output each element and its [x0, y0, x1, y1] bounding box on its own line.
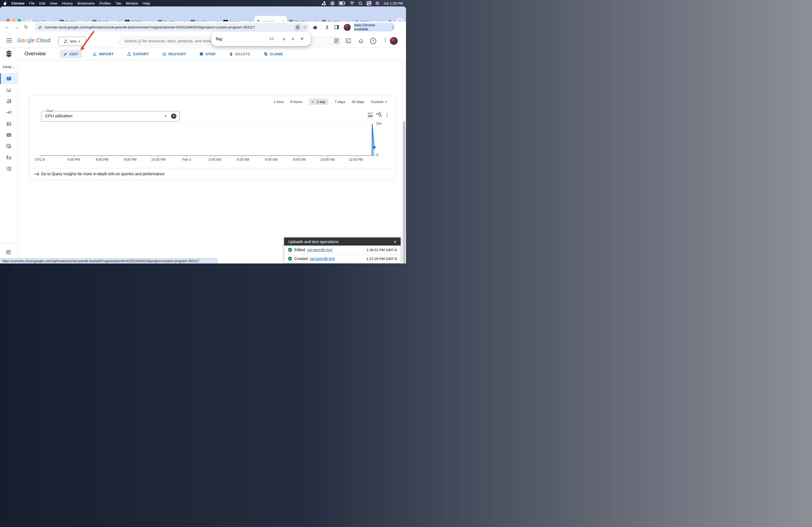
extensions-icon[interactable]: [313, 25, 318, 30]
operation-link[interactable]: sai-peerdb-test: [310, 257, 335, 261]
control-center-icon[interactable]: [366, 1, 371, 5]
toolbar-divider: [321, 25, 321, 30]
explore-metric-icon[interactable]: [376, 111, 382, 118]
bookmark-star-icon[interactable]: ☆: [303, 25, 307, 30]
menubar-item-edit[interactable]: Edit: [39, 1, 45, 5]
project-picker[interactable]: test ▾: [58, 37, 86, 46]
menubar-item-help[interactable]: Help: [143, 1, 150, 5]
menubar-item-view[interactable]: View: [50, 1, 57, 5]
side-panel-icon[interactable]: [334, 25, 339, 30]
find-input[interactable]: [215, 36, 269, 41]
battery-icon[interactable]: [339, 1, 346, 5]
operation-link[interactable]: sai-peerdb-test: [307, 248, 332, 252]
export-icon: [127, 52, 131, 56]
menubar-item-profiles[interactable]: Profiles: [99, 1, 111, 5]
scrollbar-track[interactable]: [402, 60, 406, 264]
users-icon: [6, 121, 12, 126]
profile-avatar[interactable]: [344, 24, 351, 31]
databases-icon: [6, 133, 12, 137]
menubar-item-tab[interactable]: Tab: [115, 1, 121, 5]
back-icon[interactable]: ←: [4, 25, 9, 30]
find-bar[interactable]: 1/2 ∧ ∨ ✕: [211, 31, 311, 46]
forward-icon[interactable]: →: [14, 25, 19, 30]
chart-kebab-menu[interactable]: ⋮: [385, 112, 389, 118]
restart-button[interactable]: RESTART: [160, 50, 189, 58]
area-chart-mode-icon[interactable]: [367, 112, 374, 118]
sidebar-item-monitoring[interactable]: [0, 96, 17, 107]
stop-button[interactable]: STOP: [197, 50, 218, 58]
menubar-item-window[interactable]: Window: [126, 1, 138, 5]
caret-down-icon: ▾: [78, 40, 80, 43]
chart-help-icon[interactable]: ?: [171, 114, 176, 119]
sidebar-item-operations[interactable]: [0, 163, 17, 174]
sidebar-item-connections[interactable]: [0, 107, 17, 118]
chart-metric-select[interactable]: Chart CPU utilization ▾ ?: [41, 111, 180, 122]
menubar-item-file[interactable]: File: [29, 1, 35, 5]
kebab-menu-icon[interactable]: ⋮: [391, 25, 395, 29]
sidebar-item-overview[interactable]: [0, 73, 17, 84]
range-1-day-selected[interactable]: ✓ 1 day: [309, 99, 328, 105]
find-next-button[interactable]: ∨: [288, 36, 298, 41]
stats-blocks-icon[interactable]: [322, 1, 326, 5]
rail-section-label: PRIM...: [0, 65, 17, 69]
range-6-hours[interactable]: 6 hours: [291, 100, 303, 104]
address-bar[interactable]: console.cloud.google.com/sql/instances/s…: [34, 23, 309, 31]
sidebar-item-backups[interactable]: [0, 141, 17, 152]
operation-row-edited: Edited sai-peerdb-test 1:26:01 PM GMT-8: [284, 245, 401, 254]
menubar-clock[interactable]: Sat 1:28 PM: [383, 1, 403, 5]
range-7-days[interactable]: 7 days: [335, 100, 345, 104]
sidebar-item-replicas[interactable]: [0, 152, 17, 163]
macos-menubar: Chrome File Edit View History Bookmarks …: [0, 0, 406, 6]
operations-panel-header[interactable]: Uploads and test operations ∨: [284, 238, 401, 245]
find-previous-button[interactable]: ∧: [279, 36, 288, 41]
rail-release-notes[interactable]: [0, 247, 17, 258]
x-axis-line: [40, 155, 375, 156]
account-avatar[interactable]: [390, 37, 398, 45]
help-icon[interactable]: ?: [370, 38, 376, 44]
apple-icon[interactable]: [3, 1, 7, 5]
find-in-page-chip[interactable]: [294, 24, 301, 31]
range-30-days[interactable]: 30 days: [352, 100, 364, 104]
sidebar-item-databases[interactable]: [0, 130, 17, 140]
kebab-menu-icon[interactable]: ⋮: [383, 37, 388, 43]
notifications-bell-icon[interactable]: [358, 38, 364, 44]
metrics-card: 1 hour 6 hours ✓ 1 day 7 days 30 days Cu…: [29, 96, 395, 180]
hamburger-menu-icon[interactable]: [6, 38, 12, 43]
clone-button[interactable]: CLONE: [261, 50, 286, 58]
range-1-hour[interactable]: 1 hour: [274, 100, 284, 104]
url-text[interactable]: console.cloud.google.com/sql/instances/s…: [45, 25, 293, 29]
caret-down-icon[interactable]: ▾: [164, 114, 166, 118]
cloud-sql-product-icon: [5, 50, 13, 58]
download-icon[interactable]: [324, 25, 330, 30]
menubar-item-chrome[interactable]: Chrome: [11, 1, 25, 5]
export-button[interactable]: EXPORT: [124, 50, 151, 58]
operations-panel: Uploads and test operations ∨ Edited sai…: [284, 238, 401, 263]
google-cloud-logo[interactable]: GoogleCloud: [17, 37, 50, 44]
sidebar-item-users[interactable]: [0, 118, 17, 129]
siri-icon[interactable]: [375, 1, 379, 5]
edit-button[interactable]: EDIT: [60, 50, 82, 58]
range-custom[interactable]: Custom ▾: [371, 100, 387, 104]
update-chrome-button[interactable]: New Chrome available ⋮: [354, 23, 395, 31]
delete-button[interactable]: DELETE: [226, 50, 253, 58]
release-notes-icon[interactable]: [334, 38, 340, 44]
page-title: Overview: [25, 51, 46, 57]
menubar-item-history[interactable]: History: [62, 1, 73, 5]
find-close-button[interactable]: ✕: [298, 36, 307, 41]
site-settings-icon[interactable]: [38, 25, 42, 30]
sidebar-item-activity[interactable]: [0, 85, 17, 95]
time-range-selector: 1 hour 6 hours ✓ 1 day 7 days 30 days Cu…: [274, 98, 387, 105]
cloud-shell-icon[interactable]: [345, 38, 351, 44]
scrollbar-thumb[interactable]: [403, 121, 405, 264]
spotlight-search-icon[interactable]: [359, 1, 362, 5]
app-triangle-icon[interactable]: [330, 1, 335, 6]
chevron-down-icon[interactable]: ∨: [394, 239, 396, 244]
project-icon: [64, 40, 68, 44]
backups-icon: [6, 144, 12, 149]
reload-icon[interactable]: ↻: [24, 25, 28, 30]
import-button[interactable]: IMPORT: [90, 50, 116, 58]
wifi-icon[interactable]: [350, 1, 354, 5]
release-notes-icon: [6, 250, 12, 255]
menubar-item-bookmarks[interactable]: Bookmarks: [77, 1, 95, 5]
query-insights-link-row[interactable]: Go to Query insights for more in-depth i…: [29, 168, 395, 180]
